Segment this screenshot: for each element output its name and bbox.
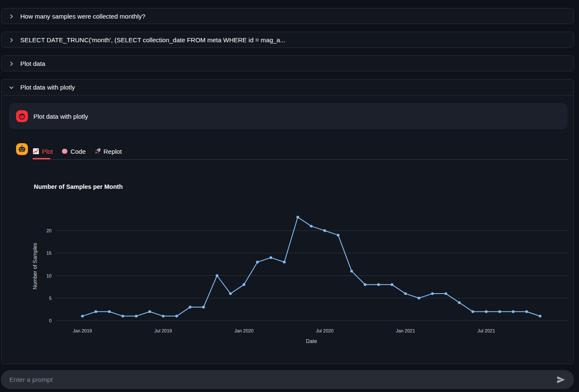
expander-question: How many samples were collected monthly? bbox=[1, 8, 574, 24]
tab-label: Code bbox=[71, 148, 86, 155]
chevron-right-icon bbox=[8, 14, 14, 19]
chat-prompt-bar bbox=[1, 370, 574, 389]
user-message: Plot data with plotly bbox=[9, 103, 568, 129]
user-message-text: Plot data with plotly bbox=[33, 103, 88, 129]
svg-text:Jan 2019: Jan 2019 bbox=[73, 328, 92, 333]
expander-label: How many samples were collected monthly? bbox=[20, 13, 145, 20]
rocket-icon bbox=[94, 148, 101, 155]
svg-text:Jan 2021: Jan 2021 bbox=[396, 328, 415, 333]
prompt-input[interactable] bbox=[8, 376, 554, 384]
svg-text:Jul 2021: Jul 2021 bbox=[478, 328, 495, 333]
tabbar-divider bbox=[33, 159, 568, 160]
svg-text:Date: Date bbox=[306, 338, 317, 344]
result-tabbar: Plot Code Replot bbox=[33, 145, 122, 158]
expander-header[interactable]: Plot data with plotly bbox=[2, 79, 574, 95]
svg-text:Number of Samples per Month: Number of Samples per Month bbox=[34, 183, 123, 190]
svg-text:Jan 2020: Jan 2020 bbox=[235, 328, 254, 333]
assistant-avatar bbox=[16, 143, 28, 155]
chevron-down-icon bbox=[8, 84, 14, 90]
expander-plot-data: Plot data bbox=[1, 55, 574, 71]
svg-text:Jul 2019: Jul 2019 bbox=[154, 328, 172, 333]
expander-sql: SELECT DATE_TRUNC('month', (SELECT colle… bbox=[1, 32, 574, 48]
send-button[interactable] bbox=[554, 373, 568, 387]
tab-replot[interactable]: Replot bbox=[94, 148, 122, 155]
expander-header[interactable]: How many samples were collected monthly? bbox=[2, 8, 574, 24]
brain-icon bbox=[61, 148, 68, 155]
svg-text:20: 20 bbox=[46, 228, 52, 233]
svg-text:Number of Samples: Number of Samples bbox=[32, 243, 38, 289]
expander-header[interactable]: SELECT DATE_TRUNC('month', (SELECT colle… bbox=[2, 32, 574, 48]
robot-icon bbox=[17, 144, 27, 154]
svg-text:Jul 2020: Jul 2020 bbox=[316, 328, 334, 333]
expander-plot-plotly: Plot data with plotly Plot data with plo… bbox=[1, 79, 574, 364]
send-icon bbox=[556, 375, 566, 385]
svg-text:5: 5 bbox=[49, 296, 52, 301]
person-face-icon bbox=[17, 111, 27, 121]
chevron-right-icon bbox=[8, 61, 14, 67]
user-avatar bbox=[16, 110, 28, 122]
tab-label: Replot bbox=[104, 148, 122, 155]
expander-header[interactable]: Plot data bbox=[2, 56, 574, 71]
expander-label: Plot data with plotly bbox=[20, 84, 75, 91]
svg-text:0: 0 bbox=[49, 318, 52, 323]
svg-text:10: 10 bbox=[46, 273, 52, 278]
expander-label: Plot data bbox=[20, 60, 45, 67]
tab-plot[interactable]: Plot bbox=[33, 148, 53, 155]
chart-increasing-icon bbox=[33, 148, 39, 155]
tab-label: Plot bbox=[42, 148, 53, 155]
chevron-right-icon bbox=[8, 37, 14, 43]
expander-label: SELECT DATE_TRUNC('month', (SELECT colle… bbox=[20, 36, 285, 44]
svg-text:15: 15 bbox=[46, 250, 52, 256]
tab-code[interactable]: Code bbox=[61, 148, 86, 155]
